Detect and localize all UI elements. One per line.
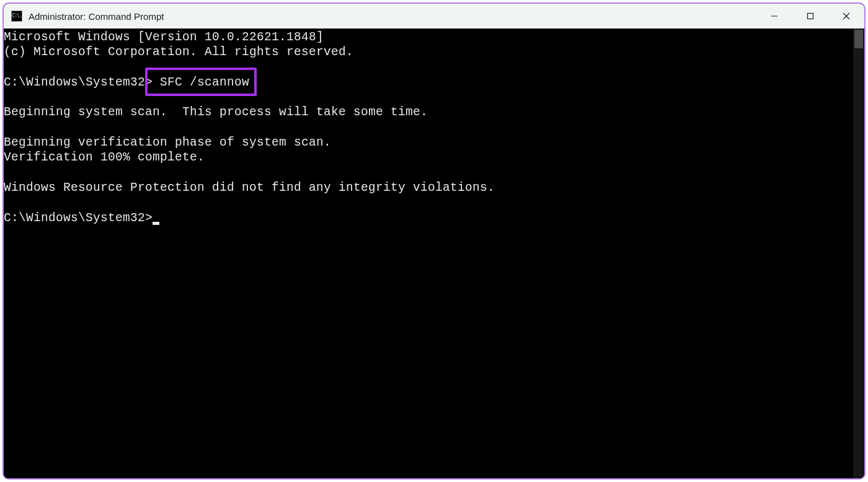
- cmd-icon: C:\.: [11, 11, 22, 22]
- prompt-trail: [249, 76, 264, 89]
- prompt-space: [153, 76, 160, 89]
- blank-line: [4, 165, 853, 180]
- blank-line: [4, 60, 853, 75]
- scrollbar-thumb[interactable]: [854, 30, 863, 48]
- output-version: Microsoft Windows [Version 10.0.22621.18…: [4, 30, 853, 45]
- svg-rect-1: [808, 14, 813, 19]
- minimize-icon: [771, 12, 778, 20]
- close-button[interactable]: [828, 4, 864, 28]
- titlebar[interactable]: C:\. Administrator: Command Prompt: [4, 4, 864, 28]
- output-copyright: (c) Microsoft Corporation. All rights re…: [4, 45, 853, 59]
- terminal-wrapper: Microsoft Windows [Version 10.0.22621.18…: [4, 28, 864, 478]
- prompt-path: C:\Windows\System32>: [4, 211, 153, 225]
- blank-line: [4, 195, 853, 210]
- cmd-icon-text: C:\.: [12, 14, 21, 19]
- scrollbar[interactable]: [853, 28, 864, 478]
- maximize-icon: [807, 12, 814, 20]
- prompt-path: C:\Windows\System32>: [4, 76, 153, 89]
- close-icon: [843, 12, 850, 20]
- window-title: Administrator: Command Prompt: [29, 11, 756, 22]
- terminal[interactable]: Microsoft Windows [Version 10.0.22621.18…: [4, 28, 853, 478]
- command-prompt-window: C:\. Administrator: Command Prompt Micro…: [2, 2, 866, 480]
- minimize-button[interactable]: [756, 4, 792, 28]
- window-controls: [756, 4, 864, 28]
- maximize-button[interactable]: [792, 4, 828, 28]
- output-verify-complete: Verification 100% complete.: [4, 150, 853, 165]
- output-verify-phase: Beginning verification phase of system s…: [4, 135, 853, 150]
- output-begin-scan: Beginning system scan. This process will…: [4, 105, 853, 120]
- prompt-line-2: C:\Windows\System32>: [4, 211, 853, 226]
- entered-command: SFC /scannow: [160, 76, 249, 89]
- blank-line: [4, 120, 853, 135]
- blank-line: [4, 90, 853, 105]
- cursor: [153, 222, 159, 225]
- prompt-line-1: C:\Windows\System32> SFC /scannow: [4, 75, 853, 90]
- output-result: Windows Resource Protection did not find…: [4, 180, 853, 195]
